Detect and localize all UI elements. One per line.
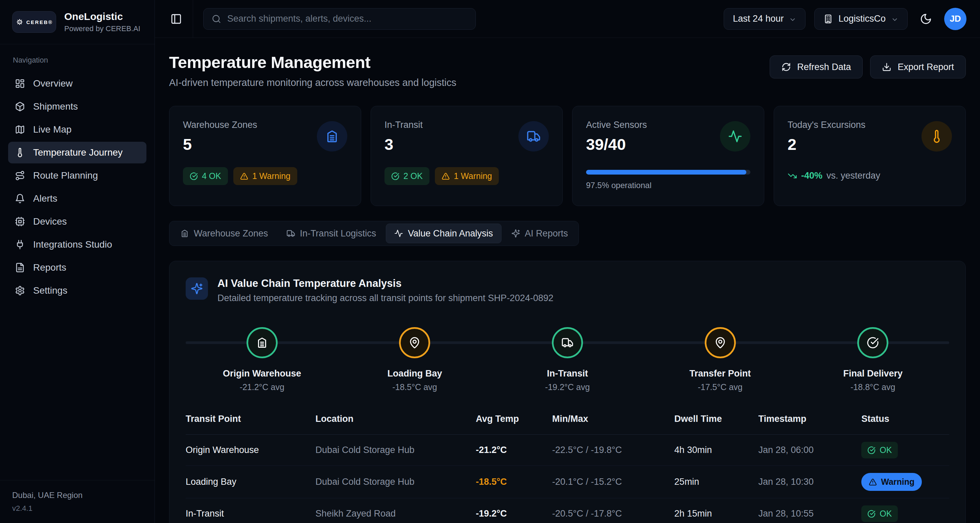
sidebar-item-reports[interactable]: Reports (8, 257, 146, 278)
sidebar-item-route-planning[interactable]: Route Planning (8, 165, 146, 187)
export-report-button[interactable]: Export Report (870, 56, 966, 78)
cell-timestamp: Jan 28, 10:30 (758, 466, 861, 498)
truck-icon (552, 327, 583, 358)
value-chain-panel: AI Value Chain Temperature Analysis Deta… (169, 261, 966, 523)
status-badge: OK (861, 505, 898, 522)
page-title: Temperature Management (169, 53, 456, 72)
triangle-alert-icon (442, 172, 450, 180)
sidebar-item-settings[interactable]: Settings (8, 280, 146, 301)
table-row: Origin Warehouse Dubai Cold Storage Hub … (186, 435, 949, 466)
map-icon (15, 124, 25, 135)
badge-text: 1 Warning (252, 171, 291, 181)
export-label: Export Report (897, 62, 954, 72)
warehouse-icon (317, 121, 347, 151)
panel-header: AI Value Chain Temperature Analysis Deta… (186, 277, 949, 303)
check-circle-icon (867, 446, 875, 454)
tab-value-chain-analysis[interactable]: Value Chain Analysis (386, 223, 501, 243)
stat-card-in-transit: In-Transit 3 2 OK 1 Warning (371, 106, 563, 206)
cell-timestamp: Jan 28, 10:55 (758, 498, 861, 523)
page-header: Temperature Management AI-driven tempera… (169, 53, 966, 88)
badge-text: 2 OK (403, 171, 423, 181)
thermometer-icon (15, 147, 25, 158)
org-select[interactable]: LogisticsCo (814, 8, 908, 30)
trend-caption: vs. yesterday (826, 171, 880, 181)
sidebar-item-shipments[interactable]: Shipments (8, 96, 146, 117)
search-input[interactable] (227, 14, 467, 24)
region-label: Dubai, UAE Region (12, 491, 142, 500)
sensor-progress-fill (586, 170, 746, 175)
tab-warehouse-zones[interactable]: Warehouse Zones (172, 223, 277, 243)
map-pin-icon (399, 327, 430, 358)
journey-step-origin-warehouse: Origin Warehouse -21.2°C avg (186, 327, 339, 392)
sidebar-item-label: Integrations Studio (33, 239, 112, 250)
status-badge: Warning (861, 473, 922, 491)
truck-icon (519, 121, 549, 151)
cell-dwell-time: 25min (674, 466, 758, 498)
cell-avg-temp: -19.2°C (476, 498, 552, 523)
step-name: Final Delivery (843, 368, 902, 379)
step-avg-temp: -18.8°C avg (851, 382, 895, 392)
refresh-data-button[interactable]: Refresh Data (770, 56, 863, 78)
check-circle-icon (867, 510, 875, 518)
sidebar-item-devices[interactable]: Devices (8, 211, 146, 233)
warning-badge: 1 Warning (233, 167, 297, 185)
dashboard-grid-icon (15, 78, 25, 89)
sidebar-item-temperature-journey[interactable]: Temperature Journey (8, 142, 146, 163)
stat-badges: 4 OK 1 Warning (183, 167, 347, 185)
check-circle-icon (857, 327, 888, 358)
panel-header-text: AI Value Chain Temperature Analysis Deta… (218, 277, 554, 303)
moon-icon (920, 13, 932, 25)
time-range-select[interactable]: Last 24 hour (724, 8, 805, 30)
nav-section-label: Navigation (13, 56, 142, 65)
brand-name: OneLogistic (64, 11, 140, 22)
trending-down-icon (788, 171, 797, 181)
col-status: Status (861, 414, 949, 435)
stats-row: Warehouse Zones 5 4 OK 1 Warning In-Tran… (169, 106, 966, 206)
step-name: In-Transit (547, 368, 588, 379)
cell-transit-point: Loading Bay (186, 466, 315, 498)
panel-title: AI Value Chain Temperature Analysis (218, 277, 554, 290)
sidebar: CEREB® OneLogistic Powered by CEREB.AI N… (0, 0, 155, 523)
page-content: Temperature Management AI-driven tempera… (155, 38, 980, 523)
building-icon (823, 14, 833, 24)
badge-text: 4 OK (202, 171, 221, 181)
sidebar-item-integrations-studio[interactable]: Integrations Studio (8, 234, 146, 255)
tab-ai-reports[interactable]: AI Reports (503, 223, 577, 243)
sidebar-item-live-map[interactable]: Live Map (8, 119, 146, 140)
cell-location: Dubai Cold Storage Hub (315, 435, 476, 466)
avatar[interactable]: JD (944, 8, 966, 30)
sidebar-item-label: Route Planning (33, 170, 98, 181)
stat-card-active-sensors: Active Sensors 39/40 97.5% operational (572, 106, 764, 206)
package-icon (15, 102, 25, 112)
stat-card-warehouse-zones: Warehouse Zones 5 4 OK 1 Warning (169, 106, 361, 206)
org-value: LogisticsCo (838, 14, 886, 24)
badge-text: 1 Warning (454, 171, 492, 181)
gear-icon (15, 285, 25, 296)
cell-location: Sheikh Zayed Road (315, 498, 476, 523)
sidebar-item-alerts[interactable]: Alerts (8, 188, 146, 209)
warehouse-icon (180, 229, 189, 238)
plug-icon (15, 239, 25, 250)
route-icon (15, 171, 25, 181)
topbar-divider (193, 0, 193, 38)
sidebar-item-label: Live Map (33, 124, 72, 135)
sidebar-toggle-button[interactable] (169, 11, 184, 27)
check-circle-icon (190, 172, 198, 180)
ai-sparkles-icon (186, 277, 208, 300)
triangle-alert-icon (240, 172, 248, 180)
sidebar-item-overview[interactable]: Overview (8, 73, 146, 94)
step-avg-temp: -19.2°C avg (545, 382, 590, 392)
tab-label: Value Chain Analysis (408, 228, 493, 239)
cell-minmax: -20.1°C / -15.2°C (552, 466, 674, 498)
theme-toggle-button[interactable] (918, 11, 934, 27)
topbar: Last 24 hour LogisticsCo JD (155, 0, 980, 38)
tab-in-transit-logistics[interactable]: In-Transit Logistics (278, 223, 385, 243)
tab-label: In-Transit Logistics (300, 228, 376, 239)
activity-icon (720, 121, 750, 151)
journey-step-transfer-point: Transfer Point -17.5°C avg (644, 327, 797, 392)
file-text-icon (15, 263, 25, 273)
ok-badge: 2 OK (385, 167, 430, 185)
table-row: In-Transit Sheikh Zayed Road -19.2°C -20… (186, 498, 949, 523)
journey-step-in-transit: In-Transit -19.2°C avg (491, 327, 644, 392)
search-box (203, 8, 476, 30)
